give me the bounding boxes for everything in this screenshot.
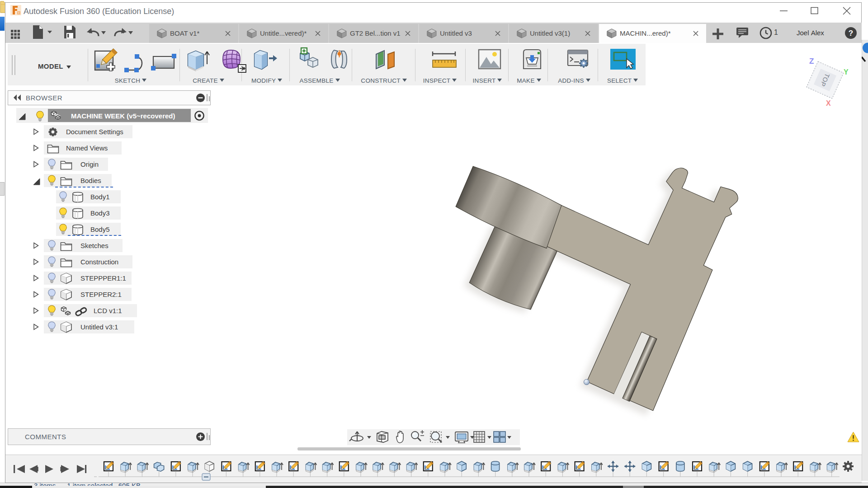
svg-text:Y: Y bbox=[844, 68, 849, 76]
svg-text:Z: Z bbox=[809, 57, 814, 66]
svg-text:X: X bbox=[826, 99, 831, 107]
